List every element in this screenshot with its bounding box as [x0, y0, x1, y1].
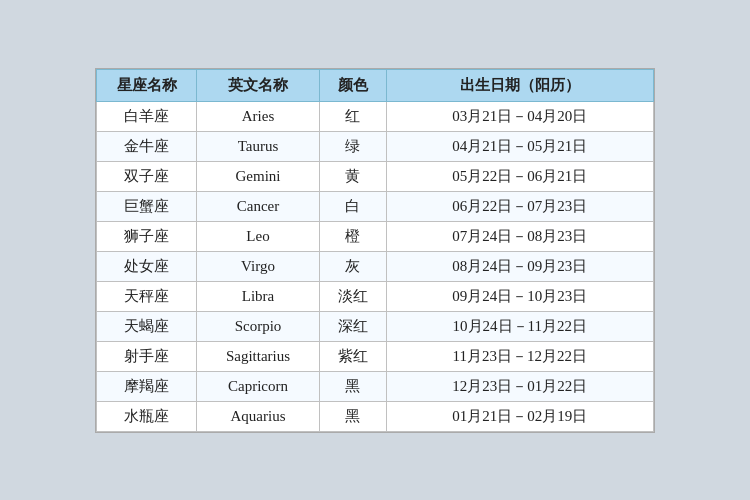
- table-row: 射手座Sagittarius紫红11月23日－12月22日: [97, 341, 654, 371]
- table-row: 摩羯座Capricorn黑12月23日－01月22日: [97, 371, 654, 401]
- cell-zh-name: 水瓶座: [97, 401, 197, 431]
- cell-date: 08月24日－09月23日: [386, 251, 653, 281]
- cell-en-name: Leo: [197, 221, 320, 251]
- cell-zh-name: 金牛座: [97, 131, 197, 161]
- cell-zh-name: 天蝎座: [97, 311, 197, 341]
- cell-zh-name: 射手座: [97, 341, 197, 371]
- table-row: 处女座Virgo灰08月24日－09月23日: [97, 251, 654, 281]
- cell-color: 绿: [319, 131, 386, 161]
- table-row: 天蝎座Scorpio深红10月24日－11月22日: [97, 311, 654, 341]
- cell-en-name: Taurus: [197, 131, 320, 161]
- cell-date: 05月22日－06月21日: [386, 161, 653, 191]
- cell-date: 04月21日－05月21日: [386, 131, 653, 161]
- header-en-name: 英文名称: [197, 69, 320, 101]
- cell-color: 红: [319, 101, 386, 131]
- cell-en-name: Aquarius: [197, 401, 320, 431]
- cell-zh-name: 天秤座: [97, 281, 197, 311]
- cell-zh-name: 巨蟹座: [97, 191, 197, 221]
- cell-en-name: Aries: [197, 101, 320, 131]
- cell-en-name: Virgo: [197, 251, 320, 281]
- table-row: 金牛座Taurus绿04月21日－05月21日: [97, 131, 654, 161]
- cell-date: 03月21日－04月20日: [386, 101, 653, 131]
- zodiac-table: 星座名称 英文名称 颜色 出生日期（阳历） 白羊座Aries红03月21日－04…: [96, 69, 654, 432]
- cell-en-name: Gemini: [197, 161, 320, 191]
- table-row: 双子座Gemini黄05月22日－06月21日: [97, 161, 654, 191]
- cell-en-name: Libra: [197, 281, 320, 311]
- table-row: 巨蟹座Cancer白06月22日－07月23日: [97, 191, 654, 221]
- cell-date: 09月24日－10月23日: [386, 281, 653, 311]
- cell-color: 橙: [319, 221, 386, 251]
- cell-date: 12月23日－01月22日: [386, 371, 653, 401]
- cell-date: 10月24日－11月22日: [386, 311, 653, 341]
- cell-date: 06月22日－07月23日: [386, 191, 653, 221]
- cell-zh-name: 摩羯座: [97, 371, 197, 401]
- table-row: 狮子座Leo橙07月24日－08月23日: [97, 221, 654, 251]
- cell-color: 紫红: [319, 341, 386, 371]
- table-header-row: 星座名称 英文名称 颜色 出生日期（阳历）: [97, 69, 654, 101]
- cell-color: 淡红: [319, 281, 386, 311]
- cell-en-name: Cancer: [197, 191, 320, 221]
- cell-color: 黑: [319, 401, 386, 431]
- cell-color: 黑: [319, 371, 386, 401]
- cell-en-name: Capricorn: [197, 371, 320, 401]
- cell-en-name: Sagittarius: [197, 341, 320, 371]
- cell-zh-name: 双子座: [97, 161, 197, 191]
- cell-en-name: Scorpio: [197, 311, 320, 341]
- table-row: 水瓶座Aquarius黑01月21日－02月19日: [97, 401, 654, 431]
- cell-color: 白: [319, 191, 386, 221]
- header-zh-name: 星座名称: [97, 69, 197, 101]
- table-row: 白羊座Aries红03月21日－04月20日: [97, 101, 654, 131]
- table-row: 天秤座Libra淡红09月24日－10月23日: [97, 281, 654, 311]
- cell-color: 深红: [319, 311, 386, 341]
- cell-date: 01月21日－02月19日: [386, 401, 653, 431]
- cell-zh-name: 白羊座: [97, 101, 197, 131]
- cell-zh-name: 狮子座: [97, 221, 197, 251]
- header-color: 颜色: [319, 69, 386, 101]
- header-date: 出生日期（阳历）: [386, 69, 653, 101]
- cell-color: 灰: [319, 251, 386, 281]
- cell-color: 黄: [319, 161, 386, 191]
- cell-zh-name: 处女座: [97, 251, 197, 281]
- zodiac-table-container: 星座名称 英文名称 颜色 出生日期（阳历） 白羊座Aries红03月21日－04…: [95, 68, 655, 433]
- cell-date: 11月23日－12月22日: [386, 341, 653, 371]
- cell-date: 07月24日－08月23日: [386, 221, 653, 251]
